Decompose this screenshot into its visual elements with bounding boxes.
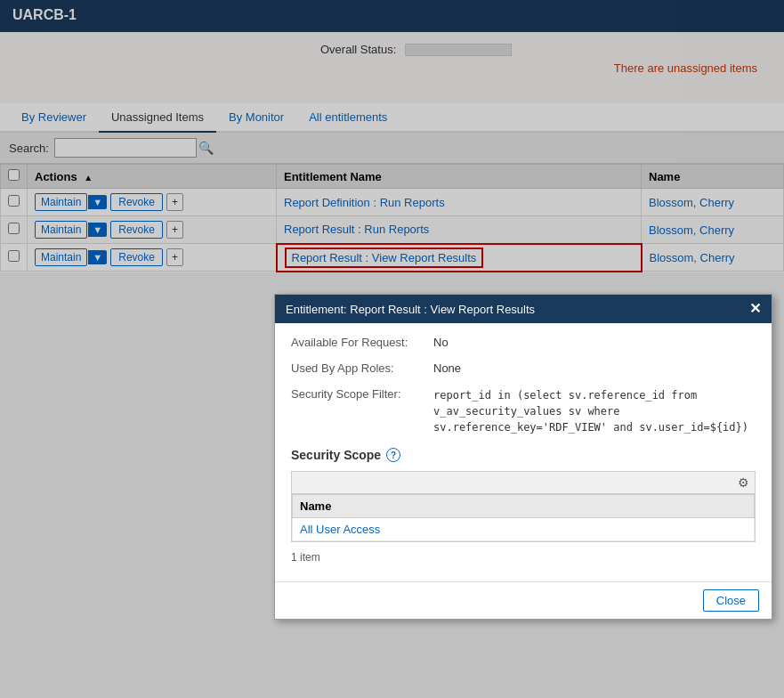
modal-value-available: No [433, 336, 756, 349]
modal-footer: Close [275, 581, 772, 619]
modal-close-button[interactable]: Close [703, 589, 759, 612]
modal-title: Entitlement: Report Result : View Report… [286, 303, 535, 316]
modal-section-title: Security Scope ? [291, 448, 756, 462]
modal-section-label: Security Scope [291, 448, 381, 462]
modal-overlay: Entitlement: Report Result : View Report… [0, 0, 784, 698]
modal-dialog: Entitlement: Report Result : View Report… [274, 294, 772, 620]
gear-button[interactable]: ⚙ [738, 475, 749, 490]
modal-label-available: Available For Request: [291, 336, 433, 349]
modal-value-scopefilter: report_id in (select sv.reference_id fro… [433, 387, 756, 435]
modal-body: Available For Request: No Used By App Ro… [275, 323, 772, 581]
modal-inner-table-container: ⚙ Name All User Access [291, 471, 756, 542]
inner-table-cell-name: All User Access [293, 518, 755, 541]
help-icon[interactable]: ? [386, 448, 400, 462]
modal-inner-table: Name All User Access [292, 494, 755, 541]
inner-col-header-name: Name [293, 495, 755, 518]
modal-field-scopefilter: Security Scope Filter: report_id in (sel… [291, 387, 756, 435]
modal-inner-toolbar: ⚙ [292, 472, 755, 494]
modal-label-approles: Used By App Roles: [291, 361, 433, 375]
modal-header: Entitlement: Report Result : View Report… [275, 295, 772, 323]
modal-field-available: Available For Request: No [291, 336, 756, 349]
modal-label-scopefilter: Security Scope Filter: [291, 387, 433, 435]
item-count: 1 item [291, 551, 756, 564]
inner-table-row: All User Access [293, 518, 755, 541]
inner-name-link[interactable]: All User Access [300, 523, 380, 536]
modal-value-approles: None [433, 361, 756, 375]
modal-close-icon-button[interactable]: ✕ [749, 302, 761, 316]
modal-field-approles: Used By App Roles: None [291, 361, 756, 375]
